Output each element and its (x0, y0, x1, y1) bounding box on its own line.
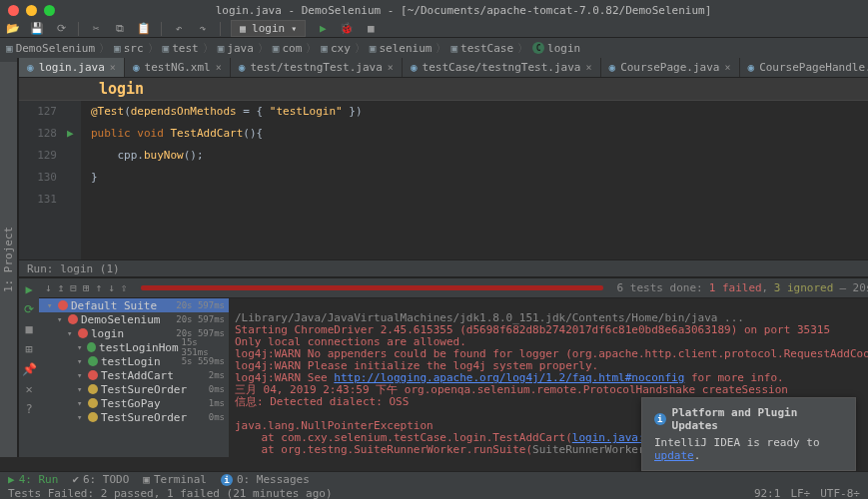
filter-icon[interactable]: ↓ (45, 281, 52, 294)
bc-item[interactable]: ▣java (218, 42, 254, 55)
save-icon[interactable]: 💾 (30, 22, 44, 36)
collapse-icon[interactable]: ⊞ (83, 281, 90, 294)
line-gutter: 127128129130131 (19, 101, 67, 259)
window-titlebar: login.java - DemoSelenium - [~/Documents… (0, 0, 868, 20)
redo-icon[interactable]: ↷ (196, 22, 210, 36)
run-subtitle: login (1) (60, 262, 120, 275)
close-tab-icon[interactable]: × (110, 62, 116, 73)
run-title: Run: (27, 262, 54, 275)
expand-icon[interactable]: ⊟ (70, 281, 77, 294)
file-icon: ◉ (27, 61, 34, 74)
minimize-window-button[interactable] (26, 5, 37, 16)
run-tool-header: Run: login (1) ⚙ (19, 259, 868, 277)
breadcrumb-bar: ▣DemoSelenium〉 ▣src〉 ▣test〉 ▣java〉 ▣com〉… (0, 38, 868, 58)
separator (78, 22, 79, 36)
close-tab-icon[interactable]: × (216, 62, 222, 73)
bc-item[interactable]: ▣src (114, 42, 144, 55)
bc-item[interactable]: ▣cxy (321, 42, 351, 55)
close-tab-icon[interactable]: × (388, 62, 394, 73)
test-gutter: ▶ ⟳ ■ ⊞ 📌 ✕ ? (19, 278, 39, 457)
file-icon: ◉ (748, 61, 755, 74)
bc-item[interactable]: ▣test (163, 42, 199, 55)
editor-tab[interactable]: ◉login.java× (19, 58, 125, 77)
project-tool-tab[interactable]: 1: Project (0, 62, 17, 457)
file-encoding[interactable]: UTF-8÷ (820, 487, 860, 500)
file-icon: ◉ (239, 61, 246, 74)
rerun-icon[interactable]: ▶ (25, 282, 32, 296)
sort-icon[interactable]: ↥ (58, 281, 65, 294)
bc-item[interactable]: ▣testCase (450, 42, 513, 55)
test-summary: 6 tests done: 1 failed, 3 ignored – 20s … (617, 281, 868, 294)
editor-tab[interactable]: ◉testNG.xml× (125, 58, 231, 77)
test-tree: ▾Default Suite20s 597ms▾DemoSelenium20s … (39, 298, 229, 457)
pin-icon[interactable]: 📌 (22, 362, 37, 376)
copy-icon[interactable]: ⧉ (113, 22, 127, 36)
update-notification[interactable]: iPlatform and Plugin Updates IntelliJ ID… (641, 397, 856, 471)
close-window-button[interactable] (8, 5, 19, 16)
code-editor[interactable]: 127128129130131 ▶ @Test(dependsOnMethods… (19, 101, 868, 259)
open-icon[interactable]: 📂 (6, 22, 20, 36)
file-icon: ◉ (609, 61, 616, 74)
test-node[interactable]: ▾testLogin5s 559ms (39, 354, 229, 368)
maximize-window-button[interactable] (44, 5, 55, 16)
file-icon: ◉ (411, 61, 418, 74)
traffic-lights (8, 5, 55, 16)
cursor-position[interactable]: 92:1 (754, 487, 781, 500)
test-node[interactable]: ▾testLoginHom15s 351ms (39, 340, 229, 354)
test-node[interactable]: ▾TestGoPay1ms (39, 396, 229, 410)
test-progress-bar (141, 285, 602, 290)
test-node[interactable]: ▾TestSureOrder0ms (39, 410, 229, 424)
bc-leaf[interactable]: Clogin (532, 42, 580, 55)
main-toolbar: 📂 💾 ⟳ ✂ ⧉ 📋 ↶ ↷ ▦ login ▾ ▶ 🐞 ■ (0, 20, 868, 38)
stop-icon[interactable]: ■ (25, 322, 32, 336)
bc-root[interactable]: ▣DemoSelenium (6, 42, 95, 55)
editor-tab[interactable]: ◉testCase/testngTest.java× (403, 58, 601, 77)
window-title: login.java - DemoSelenium - [~/Documents… (67, 4, 860, 17)
debug-icon[interactable]: 🐞 (340, 22, 354, 36)
bc-item[interactable]: ▣selenium (370, 42, 433, 55)
help-icon[interactable]: ? (25, 402, 32, 416)
file-icon: ◉ (133, 61, 140, 74)
terminal-tool-button[interactable]: ▣ Terminal (143, 473, 207, 486)
editor-sticky-header: login (19, 78, 868, 101)
next-icon[interactable]: ↓ (108, 281, 115, 294)
status-message: Tests Failed: 2 passed, 1 failed (21 min… (8, 487, 333, 500)
cut-icon[interactable]: ✂ (89, 22, 103, 36)
code-text[interactable]: @Test(dependsOnMethods = { "testLogin" }… (81, 101, 868, 259)
test-node[interactable]: ▾TestSureOrder0ms (39, 382, 229, 396)
left-tool-stripe: 1: Project 7: Structure 2: Favorites (0, 58, 18, 457)
update-link[interactable]: update (654, 449, 694, 462)
bottom-tool-stripe: ▶ 4: Run ✔ 6: TODO ▣ Terminal i 0: Messa… (0, 471, 868, 487)
editor-tab[interactable]: ◉CoursePage.java× (601, 58, 740, 77)
refresh-icon[interactable]: ⟳ (54, 22, 68, 36)
messages-tool-button[interactable]: i 0: Messages (221, 473, 310, 486)
line-separator[interactable]: LF÷ (790, 487, 810, 500)
layout-icon[interactable]: ⊞ (25, 342, 32, 356)
notification-title: Platform and Plugin Updates (672, 406, 843, 432)
test-toolbar: ↓ ↥ ⊟ ⊞ ↑ ↓ ⇪ 6 tests done: 1 failed, 3 … (39, 278, 868, 298)
separator (220, 22, 221, 36)
test-node[interactable]: ▾TestAddCart2ms (39, 368, 229, 382)
test-node[interactable]: ▾DemoSelenium20s 597ms (39, 312, 229, 326)
run-gutter: ▶ (67, 101, 81, 259)
bc-item[interactable]: ▣com (273, 42, 303, 55)
export-icon[interactable]: ⇪ (121, 281, 128, 294)
run-icon[interactable]: ▶ (316, 22, 330, 36)
close-tab-icon[interactable]: × (585, 62, 591, 73)
rerun-failed-icon[interactable]: ⟳ (24, 302, 34, 316)
stop-icon[interactable]: ■ (364, 22, 378, 36)
run-tool-button[interactable]: ▶ 4: Run (8, 473, 58, 486)
prev-icon[interactable]: ↑ (96, 281, 103, 294)
run-line-icon[interactable]: ▶ (67, 127, 74, 140)
close-icon[interactable]: ✕ (25, 382, 32, 396)
info-icon: i (654, 413, 666, 425)
test-node[interactable]: ▾Default Suite20s 597ms (39, 298, 229, 312)
run-config-selector[interactable]: ▦ login ▾ (231, 20, 306, 37)
status-bar: Tests Failed: 2 passed, 1 failed (21 min… (0, 487, 868, 499)
editor-tab[interactable]: ◉CoursePageHandle.java× (740, 58, 869, 77)
todo-tool-button[interactable]: ✔ 6: TODO (72, 473, 129, 486)
paste-icon[interactable]: 📋 (137, 22, 151, 36)
close-tab-icon[interactable]: × (724, 62, 730, 73)
undo-icon[interactable]: ↶ (172, 22, 186, 36)
editor-tab[interactable]: ◉test/testngTest.java× (231, 58, 403, 77)
